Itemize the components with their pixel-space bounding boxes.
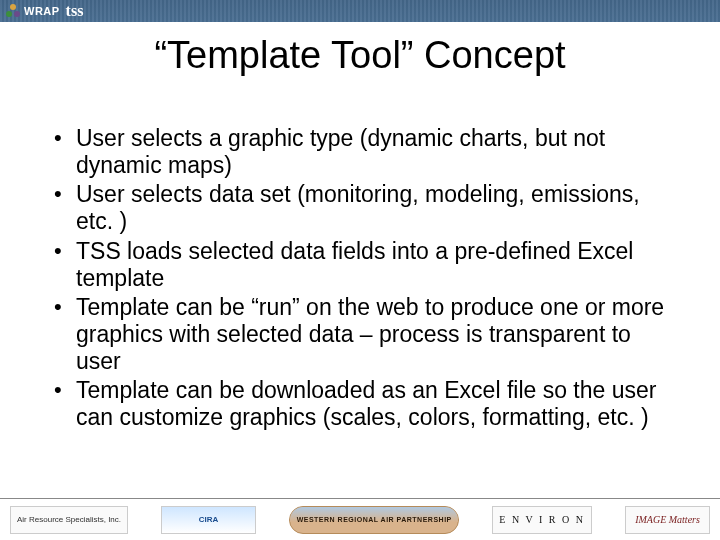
footer-logo-wrap-text: WESTERN REGIONAL AIR PARTNERSHIP [297,516,452,523]
tss-label: tss [66,2,84,20]
bullet-item: Template can be downloaded as an Excel f… [48,377,672,431]
header-stripes [0,0,720,22]
wrap-logo: WRAP [0,4,60,18]
footer-logo-air-resource: Air Resource Specialists, Inc. [10,506,128,534]
wrap-logo-icon [6,4,20,18]
bullet-item: User selects a graphic type (dynamic cha… [48,125,672,179]
slide-title: “Template Tool” Concept [0,34,720,77]
footer-logo-image-matters: IMAGE Matters [625,506,710,534]
footer-logo-cira: CIRA [161,506,256,534]
slide-body: User selects a graphic type (dynamic cha… [0,77,720,498]
bullet-item: User selects data set (monitoring, model… [48,181,672,235]
header-bar: WRAP tss [0,0,720,22]
footer-bar: Air Resource Specialists, Inc. CIRA WEST… [0,498,720,540]
footer-logo-environ: E N V I R O N [492,506,592,534]
bullet-item: TSS loads selected data fields into a pr… [48,238,672,292]
bullet-list: User selects a graphic type (dynamic cha… [48,125,672,431]
wrap-logo-text: WRAP [24,5,60,17]
footer-logo-wrap: WESTERN REGIONAL AIR PARTNERSHIP [289,506,459,534]
slide: WRAP tss “Template Tool” Concept User se… [0,0,720,540]
bullet-item: Template can be “run” on the web to prod… [48,294,672,375]
